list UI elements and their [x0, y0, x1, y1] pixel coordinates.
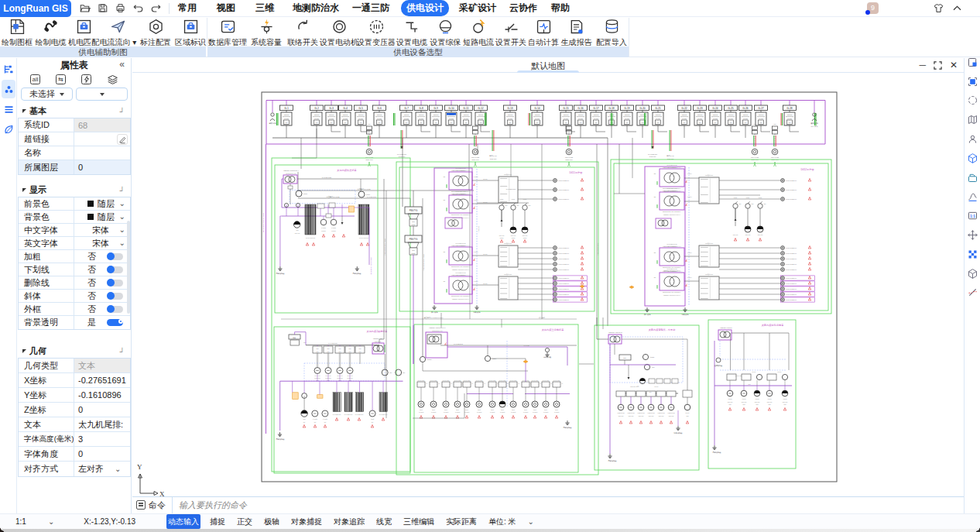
svg-text:M-MM: M-MM [743, 118, 748, 119]
svg-text:D412工作面: D412工作面 [800, 168, 814, 171]
svg-text:MM: MM [783, 403, 786, 405]
svg-text:2xM: 2xM [512, 409, 515, 410]
svg-text:xxxMYJV22 xxx: xxxMYJV22 xxx [786, 258, 797, 259]
svg-text:10000/T10.4kV 0000kVA: 10000/T10.4kV 0000kVA [451, 214, 471, 215]
svg-text:MMYJV22: MMYJV22 [751, 156, 759, 158]
svg-text:MMMM: MMMM [656, 114, 661, 115]
svg-text:MM: MM [331, 122, 333, 123]
svg-text:0.69kV: 0.69kV [687, 276, 692, 278]
svg-text:40.5kW: 40.5kW [455, 411, 461, 413]
svg-text:M630A: M630A [427, 359, 433, 360]
svg-text:3x50 MM: 3x50 MM [472, 159, 479, 160]
svg-text:G-28: G-28 [786, 107, 793, 110]
svg-text:Ng: Ng [444, 176, 445, 177]
svg-text:MMMM: MMMM [284, 114, 290, 115]
svg-text:MMMM: MMMM [787, 114, 793, 115]
svg-text:3x35 MM: 3x35 MM [337, 377, 343, 379]
svg-text:M-MM: M-MM [759, 118, 763, 119]
svg-text:M-MM: M-MM [343, 118, 348, 119]
svg-text:Ng: Ng [654, 276, 656, 278]
svg-text:G-10: G-10 [448, 107, 454, 110]
svg-text:MYJV: MYJV [483, 178, 488, 180]
svg-text:xxMM: xxMM [783, 398, 786, 400]
svg-text:0.69kV: 0.69kV [687, 252, 692, 253]
svg-text:MMMM: MMMM [728, 114, 734, 115]
svg-text:MM: MM [465, 122, 468, 123]
svg-text:MM: MM [728, 403, 732, 405]
svg-text:MMMM: MMMM [759, 114, 764, 115]
svg-text:MM: MM [749, 383, 751, 385]
svg-text:10000/T10.4kV 0000kVA: 10000/T10.4kV 0000kVA [451, 266, 471, 267]
svg-text:MM: MM [316, 122, 318, 123]
svg-text:局部接地极: 局部接地极 [276, 438, 286, 441]
svg-text:xxxMYJV22 xxx: xxxMYJV22 xxx [786, 247, 797, 249]
svg-text:MYJV22-MM: MYJV22-MM [344, 414, 353, 415]
svg-text:kW: kW [314, 421, 317, 423]
svg-text:xxxMYJV22 xxx: xxxMYJV22 xxx [558, 299, 569, 300]
svg-text:局部接地极: 局部接地极 [713, 451, 722, 454]
svg-text:3x35 MM: 3x35 MM [399, 156, 406, 157]
svg-text:2xM: 2xM [420, 409, 423, 410]
svg-text:3x50 M283m: 3x50 M283m [457, 193, 465, 194]
svg-text:MYJV: MYJV [483, 283, 488, 284]
svg-text:KBSGZY-MM: KBSGZY-MM [373, 338, 382, 339]
svg-text:xxMM: xxMM [767, 398, 771, 400]
svg-text:MMMM: MMMM [594, 114, 599, 115]
svg-text:MM: MM [774, 123, 776, 125]
svg-text:M0: M0 [517, 204, 520, 206]
svg-text:M-MM: M-MM [358, 118, 363, 119]
svg-text:3x50 M283m: 3x50 M283m [457, 170, 465, 171]
svg-text:MM: MM [327, 348, 330, 349]
svg-text:xxxMYJV22 xxx: xxxMYJV22 xxx [786, 288, 797, 290]
svg-text:MM: MM [760, 122, 762, 123]
svg-text:MM: MM [756, 403, 759, 405]
svg-text:2xM: 2xM [555, 409, 558, 410]
svg-text:xxxMYJV22 xxx: xxxMYJV22 xxx [786, 180, 797, 181]
svg-text:局部接地极: 局部接地极 [608, 460, 618, 462]
svg-text:MYJV: MYJV [483, 201, 488, 203]
svg-text:MYJV22-8.7/10: MYJV22-8.7/10 [455, 167, 465, 169]
svg-text:MM: MM [412, 221, 415, 222]
svg-text:辅助接地极: 辅助接地极 [674, 432, 684, 434]
svg-text:G-15: G-15 [563, 107, 569, 110]
svg-text:G-6: G-6 [377, 107, 382, 110]
svg-text:M0: M0 [529, 204, 532, 206]
svg-text:M-MM: M-MM [508, 118, 512, 119]
svg-text:MMMM: MMMM [535, 114, 540, 115]
svg-text:PBG7YG: PBG7YG [409, 209, 418, 212]
svg-text:KTG/76.05: KTG/76.05 [667, 412, 674, 414]
svg-text:MM: MM [359, 348, 362, 349]
svg-text:MM kW: MM kW [742, 401, 747, 403]
svg-text:MYJV MM: MYJV MM [464, 379, 471, 381]
svg-text:xxxMYJV22 xxx: xxxMYJV22 xxx [786, 189, 797, 190]
svg-text:MM: MM [403, 372, 406, 373]
svg-text:xxxMYJV22 xxx: xxxMYJV22 xxx [558, 277, 569, 279]
svg-text:M-MM: M-MM [697, 118, 702, 119]
svg-text:M-MM: M-MM [535, 118, 540, 119]
svg-text:M: M [551, 383, 553, 384]
svg-text:Ng: Ng [654, 173, 656, 174]
svg-text:MM: MM [789, 122, 791, 123]
svg-text:2xM: 2xM [501, 409, 504, 410]
svg-text:40.5kW: 40.5kW [464, 411, 470, 413]
svg-text:MM馈电MM: MM馈电MM [705, 174, 714, 177]
svg-text:1.MM8: 1.MM8 [313, 418, 317, 420]
svg-text:M-MM: M-MM [377, 118, 382, 119]
svg-text:G-1: G-1 [284, 107, 289, 110]
svg-text:MMMM: MMMM [564, 114, 569, 115]
svg-text:M-MM: M-MM [404, 118, 409, 119]
svg-text:M-MM: M-MM [314, 118, 319, 119]
svg-text:M: M [439, 383, 440, 384]
svg-text:Ng: Ng [654, 196, 656, 197]
svg-text:xxxMYJV22 xxx: xxxMYJV22 xxx [558, 198, 569, 200]
svg-text:40.5kW: 40.5kW [500, 411, 505, 413]
svg-text:M-MM: M-MM [656, 118, 660, 119]
svg-text:MMMM: MMMM [625, 114, 630, 115]
svg-text:M-MM: M-MM [419, 118, 423, 119]
svg-text:MMM: MMM [523, 237, 527, 239]
svg-text:MM馈电MM: MM馈电MM [705, 273, 714, 276]
svg-text:3x50 M283m: 3x50 M283m [457, 245, 465, 246]
svg-text:M-MM: M-MM [564, 118, 568, 119]
svg-text:MM: MM [684, 122, 686, 123]
svg-text:高压电缆MYJV22: 高压电缆MYJV22 [326, 195, 340, 198]
